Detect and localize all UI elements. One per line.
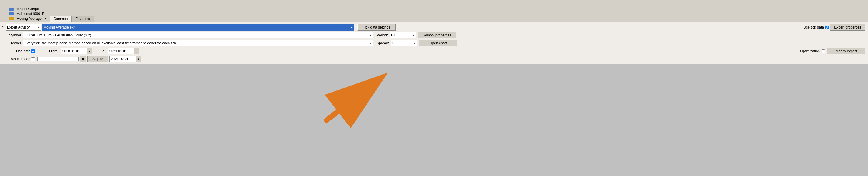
model-label: Model: — [6, 41, 22, 45]
orange-arrow — [309, 70, 397, 129]
modify-expert-button[interactable]: Modify expert — [827, 48, 865, 55]
progress-bar — [37, 57, 79, 61]
spread-select[interactable]: 5 ▼ — [391, 40, 417, 46]
use-date-checkbox[interactable] — [31, 49, 35, 53]
symbol-properties-button[interactable]: Symbol properties — [418, 32, 456, 38]
spread-dropdown-arrow: ▼ — [413, 42, 416, 45]
symbol-value: EURAUDm, Euro vs Australian Dollar (3.2) — [24, 33, 369, 37]
tick-data-settings-label: Tick data settings — [363, 25, 391, 29]
optimization-checkbox[interactable] — [822, 49, 825, 53]
svg-line-1 — [327, 79, 379, 120]
skip-to-calendar-icon: ▼ — [137, 58, 140, 61]
from-date-field[interactable]: 2018.01.01 — [61, 48, 87, 55]
moving-avg-icon — [9, 17, 13, 20]
from-calendar-icon: ▼ — [89, 50, 91, 52]
symbol-label: Symbol: — [6, 33, 22, 37]
ea-name-field[interactable]: Moving Average.ex4 ▼ — [42, 24, 354, 31]
expert-advisor-value: Expert Advisor — [7, 25, 37, 29]
symbol-select[interactable]: EURAUDm, Euro vs Australian Dollar (3.2)… — [23, 32, 373, 38]
use-date-checkbox-row[interactable]: Use date — [6, 49, 35, 53]
advisor-dropdown-arrow: ▼ — [37, 26, 39, 29]
from-date-picker-button[interactable]: ▼ — [87, 48, 92, 55]
open-chart-button[interactable]: Open chart — [419, 40, 457, 46]
list-item-macd: MACD Sample — [9, 7, 47, 11]
list-item-moving-avg: Moving Average ▼ — [9, 16, 47, 21]
symbol-dropdown-arrow: ▼ — [369, 34, 372, 37]
period-dropdown-arrow: ▼ — [412, 34, 414, 37]
model-value: Every tick (the most precise method base… — [24, 41, 369, 45]
pause-button[interactable]: ⏸ — [80, 56, 86, 62]
tab-favorites-label: Favorites — [75, 17, 90, 21]
macd-icon — [9, 8, 13, 10]
moving-avg-label: Moving Average — [17, 16, 42, 21]
visual-mode-label: Visual mode — [11, 57, 30, 61]
use-date-label: Use date — [16, 49, 30, 53]
use-tick-data-checkbox-row: Use tick data — [804, 25, 829, 29]
skip-to-date-value: 2021.02.21 — [111, 57, 129, 61]
period-select[interactable]: H1 ▼ — [390, 32, 416, 38]
tab-favorites[interactable]: Favorites — [71, 15, 94, 22]
mahmoud-label: Mahmoud1990_B — [17, 12, 44, 16]
ea-name-value: Moving Average.ex4 — [43, 25, 350, 29]
expert-advisor-select[interactable]: Expert Advisor ▼ — [6, 24, 41, 31]
use-tick-data-checkbox[interactable] — [825, 26, 829, 29]
period-value: H1 — [391, 33, 412, 37]
list-item-mahmoud: Mahmoud1990_B — [9, 12, 47, 16]
close-button[interactable]: × — [1, 25, 3, 28]
expert-properties-button[interactable]: Expert properties — [830, 24, 865, 31]
optimization-label: Optimization — [800, 49, 820, 53]
skip-to-date-field[interactable]: 2021.02.21 — [110, 56, 136, 62]
modify-expert-label: Modify expert — [836, 49, 857, 53]
skip-to-button[interactable]: Skip to — [87, 56, 108, 62]
chevron-down-icon: ▼ — [44, 17, 47, 20]
spread-label: Spread: — [377, 41, 389, 45]
to-calendar-icon: ▼ — [136, 50, 138, 52]
to-date-field[interactable]: 2021.01.01 — [108, 48, 134, 55]
from-label: From: — [49, 49, 58, 53]
period-label: Period: — [377, 33, 388, 37]
ea-name-dropdown-arrow: ▼ — [350, 26, 352, 29]
tab-common[interactable]: Common — [50, 15, 72, 22]
to-date-value: 2021.01.01 — [109, 49, 127, 53]
to-date-picker-button[interactable]: ▼ — [134, 48, 140, 55]
skip-to-label: Skip to — [92, 57, 103, 61]
pause-icon: ⏸ — [82, 58, 85, 61]
to-label: To: — [101, 49, 105, 53]
symbol-properties-label: Symbol properties — [423, 33, 452, 37]
model-select[interactable]: Every tick (the most precise method base… — [23, 40, 373, 46]
from-date-value: 2018.01.01 — [62, 49, 80, 53]
use-tick-data-label: Use tick data — [804, 25, 824, 29]
skip-to-date-picker-button[interactable]: ▼ — [136, 56, 141, 62]
visual-mode-checkbox-row[interactable]: Visual mode — [6, 57, 35, 61]
macd-label: MACD Sample — [17, 7, 40, 11]
tab-common-label: Common — [54, 17, 68, 21]
spread-value: 5 — [392, 41, 413, 45]
visual-mode-checkbox[interactable] — [31, 57, 35, 61]
tick-data-settings-button[interactable]: Tick data settings — [358, 24, 396, 31]
model-dropdown-arrow: ▼ — [369, 42, 372, 45]
expert-properties-label: Expert properties — [834, 25, 861, 29]
open-chart-label: Open chart — [429, 41, 447, 45]
mahmoud-icon — [9, 12, 13, 15]
